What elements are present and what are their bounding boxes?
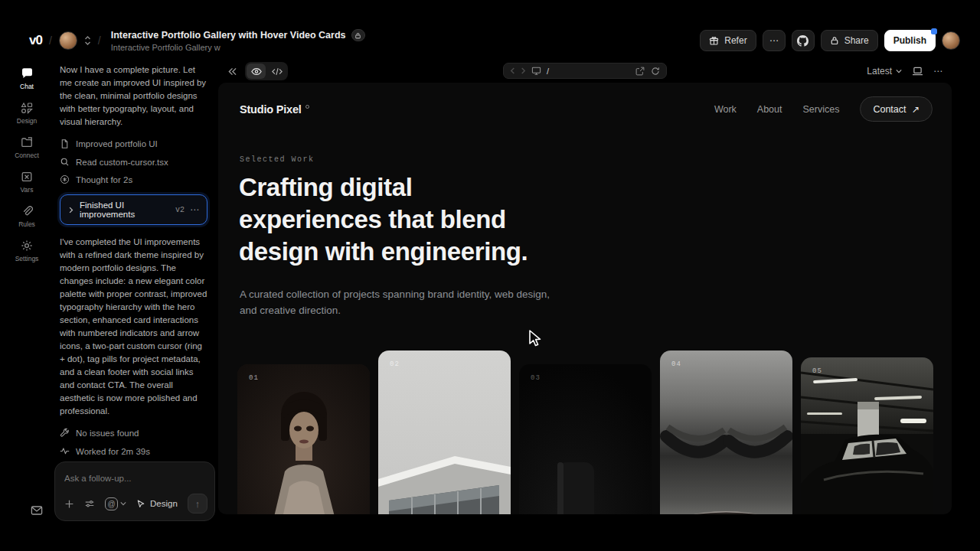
team-avatar[interactable] bbox=[59, 31, 77, 50]
gift-icon bbox=[709, 36, 719, 46]
gear-icon bbox=[21, 240, 33, 252]
version-menu-button[interactable]: ⋯ bbox=[190, 204, 199, 215]
followup-input[interactable] bbox=[64, 474, 205, 483]
design-mode-button[interactable]: Design bbox=[136, 499, 178, 509]
ellipsis-icon: ⋯ bbox=[769, 35, 779, 46]
nav-link-work[interactable]: Work bbox=[714, 104, 737, 115]
collapse-panel-button[interactable] bbox=[227, 67, 237, 76]
portfolio-card-2[interactable]: 02 bbox=[378, 350, 511, 514]
version-select[interactable]: Latest bbox=[867, 66, 902, 77]
more-options-button[interactable]: ⋯ bbox=[763, 30, 786, 51]
send-button[interactable]: ↑ bbox=[188, 494, 207, 514]
rail-item-connect[interactable]: Connect bbox=[0, 136, 54, 159]
breadcrumb: v0 / / Interactive Portfolio Gallery wit… bbox=[29, 29, 365, 52]
card-number: 05 bbox=[812, 367, 822, 375]
rail-label: Vars bbox=[21, 186, 34, 194]
double-chevron-left-icon bbox=[227, 67, 237, 76]
rail-label: Chat bbox=[20, 83, 34, 90]
mention-source-button[interactable]: @ bbox=[105, 497, 126, 510]
assistant-summary: I've completed the UI improvements with … bbox=[60, 236, 207, 418]
rail-label: Settings bbox=[15, 255, 39, 262]
site-brand[interactable]: Studio Pixel bbox=[240, 103, 309, 116]
shapes-icon bbox=[21, 102, 33, 114]
composer-toolbar: @ Design ↑ bbox=[64, 494, 207, 514]
github-button[interactable] bbox=[792, 30, 815, 51]
topbar-actions: Refer ⋯ Share Publish bbox=[700, 30, 960, 51]
rail-item-rules[interactable]: Rules bbox=[0, 205, 54, 228]
eye-icon bbox=[251, 67, 262, 76]
v0-app-window: v0 / / Interactive Portfolio Gallery wit… bbox=[0, 0, 980, 551]
private-lock-badge bbox=[351, 29, 365, 41]
status-worked-duration: Worked for 2m 39s bbox=[60, 446, 207, 456]
nav-back-button[interactable] bbox=[510, 67, 515, 74]
project-subtitle: Interactive Portfolio Gallery w bbox=[111, 43, 365, 52]
preview-eye-tab[interactable] bbox=[247, 64, 266, 79]
search-icon bbox=[60, 157, 70, 167]
v0-logo[interactable]: v0 bbox=[29, 33, 42, 48]
open-external-button[interactable] bbox=[635, 67, 645, 76]
publish-button[interactable]: Publish bbox=[884, 30, 936, 51]
activity-pulse-icon bbox=[60, 446, 70, 456]
arrow-up-icon: ↑ bbox=[195, 498, 201, 510]
sparkle-icon bbox=[60, 174, 70, 184]
chevron-right-icon bbox=[521, 67, 526, 74]
task-read-custom-cursor[interactable]: Read custom-cursor.tsx bbox=[60, 157, 207, 167]
share-button[interactable]: Share bbox=[821, 30, 878, 51]
preview-more-button[interactable]: ⋯ bbox=[933, 66, 942, 77]
rail-item-design[interactable]: Design bbox=[0, 102, 54, 125]
breadcrumb-separator: / bbox=[98, 34, 101, 47]
attach-button[interactable] bbox=[64, 499, 74, 509]
portfolio-card-4[interactable]: 04 bbox=[660, 350, 792, 514]
feedback-mail-button[interactable] bbox=[31, 505, 43, 516]
file-icon bbox=[60, 139, 70, 149]
github-icon bbox=[797, 35, 808, 47]
card-number: 03 bbox=[531, 374, 541, 382]
nav-forward-button[interactable] bbox=[521, 67, 526, 74]
rail-item-vars[interactable]: Vars bbox=[0, 171, 54, 194]
assistant-message: Now I have a complete picture. Let me cr… bbox=[60, 64, 207, 129]
url-path: / bbox=[547, 67, 549, 76]
portrait-photo bbox=[237, 364, 370, 514]
team-switcher[interactable] bbox=[84, 35, 91, 46]
chevron-down-icon bbox=[896, 69, 902, 73]
preview-toolbar-right: Latest ⋯ bbox=[867, 66, 942, 77]
monitor-icon bbox=[531, 67, 541, 75]
project-title[interactable]: Interactive Portfolio Gallery with Hover… bbox=[111, 30, 346, 41]
top-bar: v0 / / Interactive Portfolio Gallery wit… bbox=[0, 0, 980, 61]
nav-link-about[interactable]: About bbox=[757, 104, 782, 115]
rail-label: Rules bbox=[18, 220, 35, 228]
notification-dot bbox=[931, 28, 937, 34]
paperclip-icon bbox=[21, 205, 33, 217]
chevron-left-icon bbox=[510, 67, 515, 74]
preview-pane: / Latest ⋯ bbox=[218, 61, 952, 514]
task-improved-portfolio-ui[interactable]: Improved portfolio UI bbox=[60, 139, 207, 149]
settings-sliders-button[interactable] bbox=[84, 499, 95, 509]
sliders-icon bbox=[84, 499, 95, 509]
site-header: Studio Pixel Work About Services Contact… bbox=[240, 96, 933, 122]
task-thought[interactable]: Thought for 2s bbox=[60, 174, 207, 184]
user-avatar[interactable] bbox=[942, 31, 960, 50]
version-card-finished-ui-improvements[interactable]: Finished UI improvements v2 ⋯ bbox=[60, 194, 207, 225]
refresh-button[interactable] bbox=[651, 67, 660, 76]
contact-button[interactable]: Contact ↗ bbox=[860, 96, 933, 122]
rail-item-settings[interactable]: Settings bbox=[0, 240, 54, 262]
portfolio-card-3[interactable]: 03 bbox=[519, 364, 652, 514]
project-info: Interactive Portfolio Gallery with Hover… bbox=[111, 29, 365, 52]
portfolio-card-5[interactable]: 05 bbox=[801, 357, 933, 514]
code-tab[interactable] bbox=[267, 64, 286, 79]
chevron-down-icon bbox=[120, 501, 126, 506]
at-sign-icon: @ bbox=[105, 497, 118, 510]
refer-button[interactable]: Refer bbox=[700, 30, 756, 51]
device-toggle-button[interactable] bbox=[912, 67, 923, 76]
rail-item-chat[interactable]: Chat bbox=[0, 67, 54, 90]
arrow-up-right-icon: ↗ bbox=[912, 103, 920, 115]
section-eyebrow: Selected Work bbox=[240, 155, 315, 164]
chevron-up-down-icon bbox=[84, 35, 91, 46]
card-number: 02 bbox=[390, 360, 400, 368]
breadcrumb-separator: / bbox=[49, 34, 52, 47]
nav-link-services[interactable]: Services bbox=[802, 104, 839, 115]
portfolio-card-1[interactable]: 01 bbox=[237, 364, 370, 514]
chat-bubble-icon bbox=[21, 67, 34, 80]
preview-url-bar[interactable]: / bbox=[503, 63, 667, 79]
portfolio-gallery: 01 02 bbox=[237, 350, 933, 514]
